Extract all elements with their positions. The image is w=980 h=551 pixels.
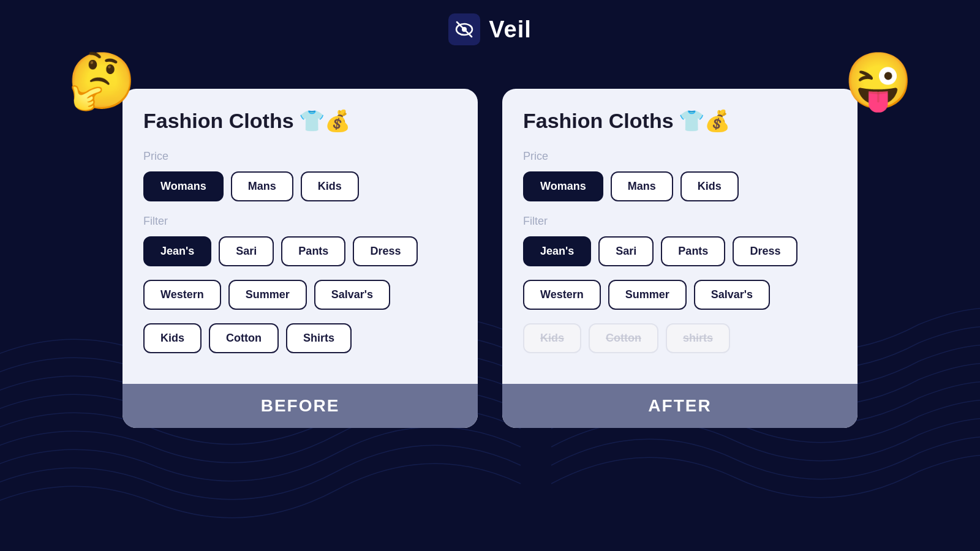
logo-icon <box>448 13 480 45</box>
before-filter-western[interactable]: Western <box>143 280 221 310</box>
before-card-title: Fashion Cloths 👕💰 <box>143 108 457 133</box>
after-card-body: Fashion Cloths 👕💰 Price Womans Mans Kids… <box>502 89 858 384</box>
before-card-footer: BEFORE <box>123 384 478 428</box>
after-filter-label: Filter <box>523 215 837 228</box>
after-filter-salvars[interactable]: Salvar's <box>694 280 770 310</box>
after-filter-kids: Kids <box>523 323 581 353</box>
after-filter-dress[interactable]: Dress <box>733 236 797 266</box>
before-card: Fashion Cloths 👕💰 Price Womans Mans Kids… <box>123 89 478 428</box>
before-filter-summer[interactable]: Summer <box>228 280 307 310</box>
after-filter-shirts: shirts <box>666 323 730 353</box>
after-filter-jeans[interactable]: Jean's <box>523 236 591 266</box>
after-card: Fashion Cloths 👕💰 Price Womans Mans Kids… <box>502 89 858 428</box>
before-price-womans[interactable]: Womans <box>143 171 224 201</box>
after-price-kids[interactable]: Kids <box>680 171 739 201</box>
logo-text: Veil <box>489 17 532 43</box>
before-price-buttons: Womans Mans Kids <box>143 171 457 201</box>
after-price-womans[interactable]: Womans <box>523 171 603 201</box>
before-price-label: Price <box>143 150 457 163</box>
after-filter-western[interactable]: Western <box>523 280 601 310</box>
before-filter-salvars[interactable]: Salvar's <box>314 280 390 310</box>
after-filter-buttons-row1: Jean's Sari Pants Dress <box>523 236 837 266</box>
after-footer-label: AFTER <box>648 396 711 415</box>
after-title-emoji: 👕💰 <box>679 108 730 133</box>
after-filter-cotton: Cotton <box>589 323 658 353</box>
cards-container: Fashion Cloths 👕💰 Price Womans Mans Kids… <box>0 89 980 428</box>
before-filter-cotton[interactable]: Cotton <box>209 323 279 353</box>
before-card-body: Fashion Cloths 👕💰 Price Womans Mans Kids… <box>123 89 478 384</box>
before-title-emoji: 👕💰 <box>299 108 350 133</box>
before-filter-shirts[interactable]: Shirts <box>286 323 352 353</box>
before-filter-buttons-row2: Western Summer Salvar's <box>143 280 457 310</box>
after-filter-buttons-row3: Kids Cotton shirts <box>523 323 837 353</box>
before-filter-kids[interactable]: Kids <box>143 323 202 353</box>
after-filter-pants[interactable]: Pants <box>661 236 725 266</box>
before-filter-buttons-row1: Jean's Sari Pants Dress <box>143 236 457 266</box>
after-filter-sari[interactable]: Sari <box>598 236 654 266</box>
before-price-kids[interactable]: Kids <box>301 171 359 201</box>
after-filter-buttons-row2: Western Summer Salvar's <box>523 280 837 310</box>
after-card-footer: AFTER <box>502 384 858 428</box>
after-price-buttons: Womans Mans Kids <box>523 171 837 201</box>
after-filter-summer[interactable]: Summer <box>608 280 687 310</box>
before-price-mans[interactable]: Mans <box>231 171 293 201</box>
after-price-label: Price <box>523 150 837 163</box>
before-filter-pants[interactable]: Pants <box>281 236 345 266</box>
before-filter-buttons-row3: Kids Cotton Shirts <box>143 323 457 353</box>
before-filter-dress[interactable]: Dress <box>353 236 418 266</box>
before-footer-label: BEFORE <box>261 396 340 415</box>
emoji-right: 😜 <box>844 49 913 113</box>
header: Veil <box>0 0 980 56</box>
before-filter-jeans[interactable]: Jean's <box>143 236 211 266</box>
before-filter-label: Filter <box>143 215 457 228</box>
emoji-left: 🤔 <box>67 49 136 113</box>
after-price-mans[interactable]: Mans <box>611 171 673 201</box>
after-card-title: Fashion Cloths 👕💰 <box>523 108 837 133</box>
before-filter-sari[interactable]: Sari <box>219 236 274 266</box>
